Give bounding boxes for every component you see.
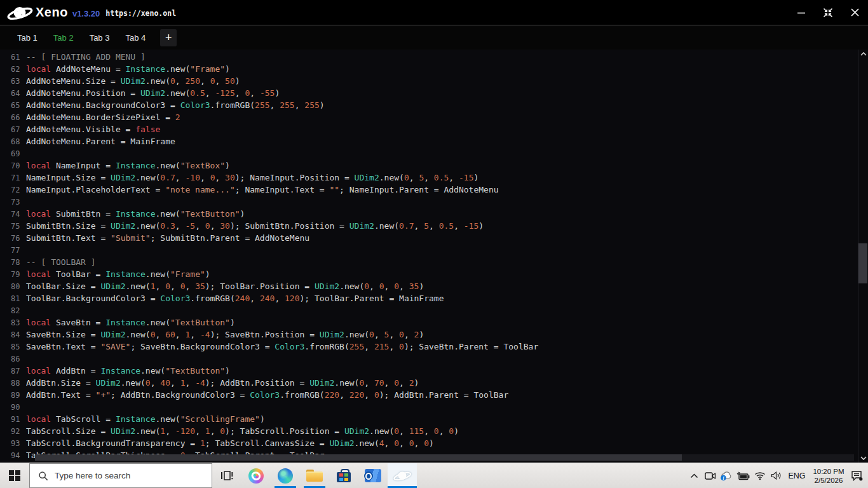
minimize-button[interactable] — [788, 0, 815, 25]
line-number: 88 — [0, 379, 26, 388]
tab-4[interactable]: Tab 4 — [125, 33, 146, 43]
search-placeholder: Type here to search — [55, 471, 130, 480]
line-number: 76 — [0, 234, 26, 243]
line-number: 91 — [0, 415, 26, 424]
line-number: 93 — [0, 439, 26, 448]
code-line: 67AddNoteMenu.Visible = false — [0, 123, 858, 135]
code-text: AddNoteMenu.BackgroundColor3 = Color3.fr… — [26, 100, 325, 110]
code-text: local NameInput = Instance.new("TextBox"… — [26, 161, 230, 170]
app-title: Xeno — [36, 5, 68, 20]
battery-icon[interactable] — [735, 463, 752, 488]
line-number: 66 — [0, 113, 26, 122]
line-number: 84 — [0, 330, 26, 339]
code-text: local AddBtn = Instance.new("TextButton"… — [26, 366, 230, 376]
file-explorer-icon — [306, 470, 323, 482]
code-line: 88AddBtn.Size = UDim2.new(0, 40, 1, -4);… — [0, 377, 858, 389]
code-text: AddBtn.Text = "+"; AddBtn.BackgroundColo… — [26, 390, 508, 400]
line-number: 77 — [0, 246, 26, 255]
line-number: 69 — [0, 149, 26, 158]
code-line: 82 — [0, 304, 858, 316]
line-number: 85 — [0, 342, 26, 351]
time: 10:20 PM — [813, 467, 844, 476]
line-number: 79 — [0, 270, 26, 279]
code-line: 83local SaveBtn = Instance.new("TextButt… — [0, 316, 858, 329]
code-line: 80ToolBar.Size = UDim2.new(1, 0, 0, 35);… — [0, 280, 858, 292]
line-number: 63 — [0, 77, 26, 86]
line-number: 68 — [0, 137, 26, 146]
line-number: 92 — [0, 427, 26, 436]
action-center-icon[interactable] — [848, 463, 865, 488]
hidden-icons-chevron-button[interactable] — [686, 463, 702, 488]
tab-bar: Tab 1Tab 2Tab 3Tab 4 + — [0, 25, 868, 50]
system-tray: i — [686, 463, 868, 488]
close-button[interactable] — [841, 0, 868, 25]
search-icon — [38, 471, 48, 481]
code-line: 64AddNoteMenu.Position = UDim2.new(0.5, … — [0, 87, 858, 99]
tab-1[interactable]: Tab 1 — [17, 33, 37, 43]
taskbar: Type here to search — [0, 463, 868, 488]
scroll-down-button[interactable] — [858, 454, 868, 463]
wifi-icon[interactable] — [752, 463, 768, 488]
tab-3[interactable]: Tab 3 — [90, 33, 110, 43]
line-number: 61 — [0, 53, 26, 62]
xeno-taskbar-icon — [393, 469, 412, 482]
line-number: 86 — [0, 355, 26, 363]
task-view-icon — [220, 470, 233, 481]
code-text: local TabScroll = Instance.new("Scrollin… — [26, 414, 265, 424]
line-number: 80 — [0, 282, 26, 291]
taskbar-app-outlook[interactable] — [358, 463, 388, 488]
add-tab-button[interactable]: + — [160, 29, 177, 46]
language-indicator[interactable]: ENG — [785, 463, 809, 488]
line-number: 82 — [0, 306, 26, 315]
line-number: 64 — [0, 89, 26, 98]
code-line: 79local ToolBar = Instance.new("Frame") — [0, 268, 858, 280]
vertical-scrollbar-thumb[interactable] — [858, 243, 867, 283]
line-number: 73 — [0, 198, 26, 207]
code-text: -- [ TOOLBAR ] — [26, 257, 96, 267]
code-text: SaveBtn.Text = "SAVE"; SaveBtn.Backgroun… — [26, 342, 538, 351]
code-area[interactable]: 61-- [ FLOATING ADD MENU ]62local AddNot… — [0, 50, 858, 463]
code-line: 70local NameInput = Instance.new("TextBo… — [0, 159, 858, 172]
meet-now-icon[interactable] — [702, 463, 719, 488]
compress-window-button[interactable] — [815, 0, 841, 25]
date: 2/5/2026 — [815, 476, 843, 485]
taskbar-app-xeno[interactable] — [388, 463, 417, 488]
code-line: 84SaveBtn.Size = UDim2.new(0, 60, 1, -4)… — [0, 329, 858, 341]
horizontal-scrollbar-thumb[interactable] — [35, 454, 682, 461]
volume-icon[interactable] — [768, 463, 785, 488]
taskbar-app-copilot[interactable] — [241, 463, 271, 488]
copilot-icon — [248, 468, 264, 484]
code-text: SubmitBtn.Size = UDim2.new(0.3, -5, 0, 3… — [26, 221, 484, 231]
line-number: 71 — [0, 173, 26, 182]
code-text: TabScroll.BackgroundTransparency = 1; Ta… — [26, 438, 434, 448]
taskbar-app-edge[interactable] — [271, 463, 300, 488]
taskbar-app-file-explorer[interactable] — [300, 463, 329, 488]
code-text: AddBtn.Size = UDim2.new(0, 40, 1, -4); A… — [26, 378, 419, 388]
code-text: AddNoteMenu.BorderSizePixel = 2 — [26, 112, 180, 122]
scroll-up-button[interactable] — [858, 50, 868, 58]
code-text: SaveBtn.Size = UDim2.new(0, 60, 1, -4); … — [26, 330, 424, 339]
vertical-scrollbar[interactable] — [858, 50, 868, 463]
start-button[interactable] — [0, 463, 29, 488]
line-number: 78 — [0, 258, 26, 267]
line-number: 74 — [0, 210, 26, 219]
horizontal-scrollbar[interactable] — [35, 454, 854, 461]
code-line: 86 — [0, 353, 858, 365]
window-controls — [788, 0, 868, 25]
code-text: AddNoteMenu.Size = UDim2.new(0, 250, 0, … — [26, 76, 240, 86]
code-editor: 61-- [ FLOATING ADD MENU ]62local AddNot… — [0, 50, 868, 463]
task-view-button[interactable] — [212, 463, 241, 488]
code-text: SubmitBtn.Text = "Submit"; SubmitBtn.Par… — [26, 233, 309, 243]
onedrive-icon[interactable]: i — [719, 463, 735, 488]
taskbar-app-microsoft-store[interactable] — [329, 463, 358, 488]
line-number: 90 — [0, 403, 26, 412]
code-line: 71NameInput.Size = UDim2.new(0.7, -10, 0… — [0, 172, 858, 184]
code-text: -- [ FLOATING ADD MENU ] — [26, 52, 146, 62]
titlebar: Xeno v1.3.20 https://xeno.onl — [0, 0, 868, 25]
tab-2[interactable]: Tab 2 — [53, 33, 74, 43]
code-text: AddNoteMenu.Visible = false — [26, 125, 160, 134]
search-input[interactable]: Type here to search — [29, 463, 212, 488]
clock[interactable]: 10:20 PM 2/5/2026 — [809, 467, 848, 485]
code-line: 93TabScroll.BackgroundTransparency = 1; … — [0, 437, 858, 449]
code-line: 65AddNoteMenu.BackgroundColor3 = Color3.… — [0, 99, 858, 111]
